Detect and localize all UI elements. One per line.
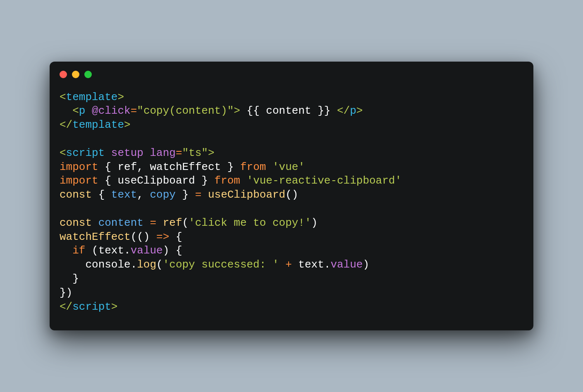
space	[292, 258, 299, 271]
angle-close: >	[208, 147, 215, 159]
fn-useClipboard: useClipboard	[208, 189, 285, 201]
space	[201, 189, 208, 201]
angle-close-open: </	[337, 105, 350, 117]
space	[169, 231, 176, 243]
equals-icon: =	[131, 105, 137, 117]
string-vue: 'vue'	[272, 161, 305, 173]
code-line-15: })	[60, 287, 72, 299]
kw-const: const	[60, 189, 92, 201]
space	[156, 217, 163, 229]
paren-close: )	[311, 217, 318, 229]
angle-open: <	[60, 91, 66, 103]
fn-ref: ref	[163, 217, 182, 229]
paren-open: (	[182, 217, 189, 229]
brace-close: }	[221, 161, 234, 173]
brace-close: })	[60, 287, 72, 299]
brace-close: }	[195, 174, 208, 187]
angle-close: >	[117, 91, 124, 103]
comma: ,	[137, 161, 150, 173]
prop-value: value	[330, 258, 363, 271]
kw-import: import	[60, 161, 98, 173]
indent	[60, 244, 72, 257]
paren-open: ((	[131, 231, 143, 243]
space	[143, 217, 150, 229]
code-line-02: <p @click="copy(content)"> {{ content }}…	[60, 105, 363, 117]
space	[150, 231, 156, 243]
decl-content: content	[98, 217, 143, 229]
equals-icon: =	[150, 217, 156, 229]
decl-copy: copy	[150, 189, 175, 201]
dot-icon: .	[124, 244, 131, 257]
indent	[60, 272, 72, 285]
ident-useClipboard: useClipboard	[117, 174, 195, 187]
arrow-icon: =>	[156, 231, 169, 243]
quote-close: "	[227, 105, 234, 117]
string-copy: copy(content)	[143, 105, 227, 117]
ident-text: text	[98, 244, 124, 257]
space	[105, 147, 111, 159]
brace-close: }	[176, 189, 189, 201]
space	[234, 161, 240, 173]
space	[240, 174, 247, 187]
space	[85, 105, 92, 117]
quote-close: "	[201, 147, 208, 159]
tag-script: script	[66, 147, 105, 159]
plus-icon: +	[285, 258, 292, 271]
template-text: {{ content }}	[240, 105, 337, 117]
space	[169, 244, 176, 257]
ident-watchEffect: watchEffect	[150, 161, 221, 173]
kw-if: if	[72, 244, 85, 257]
paren-close: )	[163, 244, 170, 257]
code-block: <template> <p @click="copy(content)"> {{…	[50, 82, 533, 314]
ident-console: console	[85, 258, 130, 271]
kw-import: import	[60, 174, 98, 187]
string-click: 'click me to copy!'	[189, 217, 311, 229]
code-line-10: const content = ref('click me to copy!')	[60, 217, 318, 229]
angle-close: >	[111, 301, 118, 313]
traffic-light-close-icon[interactable]	[60, 71, 67, 78]
string-msg: 'copy successed: '	[163, 258, 279, 271]
space	[98, 174, 105, 187]
angle-close-open: </	[60, 119, 72, 131]
angle-close2: >	[356, 105, 363, 117]
quote-open: "	[137, 105, 143, 117]
indent	[60, 258, 85, 271]
quote-open: "	[182, 147, 189, 159]
traffic-light-zoom-icon[interactable]	[84, 71, 92, 78]
brace-open: {	[105, 161, 117, 173]
tag-p: p	[79, 105, 86, 117]
paren-open: (	[92, 244, 98, 257]
tag-p-close: p	[350, 105, 356, 117]
paren-close: )	[143, 231, 150, 243]
space	[189, 189, 195, 201]
angle-open: <	[60, 147, 66, 159]
string-pkg: 'vue-reactive-clipboard'	[247, 174, 401, 187]
traffic-light-minimize-icon[interactable]	[72, 71, 79, 78]
paren-close: )	[363, 258, 369, 271]
code-line-14: }	[60, 272, 79, 285]
attr-lang: lang	[150, 147, 175, 159]
dot-icon: .	[324, 258, 331, 271]
code-line-16: </script>	[60, 301, 117, 313]
kw-const: const	[60, 217, 92, 229]
indent	[60, 105, 72, 117]
angle-close: >	[234, 105, 240, 117]
tag-script-close: script	[72, 301, 111, 313]
brace-open: {	[98, 189, 111, 201]
tag-template: template	[66, 91, 118, 103]
string-ts: ts	[189, 147, 201, 159]
attr-click: @click	[92, 105, 131, 117]
code-line-12: if (text.value) {	[60, 244, 182, 257]
brace-open: {	[105, 174, 117, 187]
brace-close: }	[72, 272, 79, 285]
equals-icon: =	[195, 189, 202, 201]
space	[92, 217, 98, 229]
prop-value: value	[131, 244, 163, 257]
canvas-background: <template> <p @click="copy(content)"> {{…	[0, 0, 583, 392]
space	[279, 258, 286, 271]
paren-open: (	[156, 258, 163, 271]
decl-text: text	[111, 189, 137, 201]
parens: ()	[285, 189, 298, 201]
space	[98, 161, 105, 173]
code-line-11: watchEffect(() => {	[60, 231, 182, 243]
